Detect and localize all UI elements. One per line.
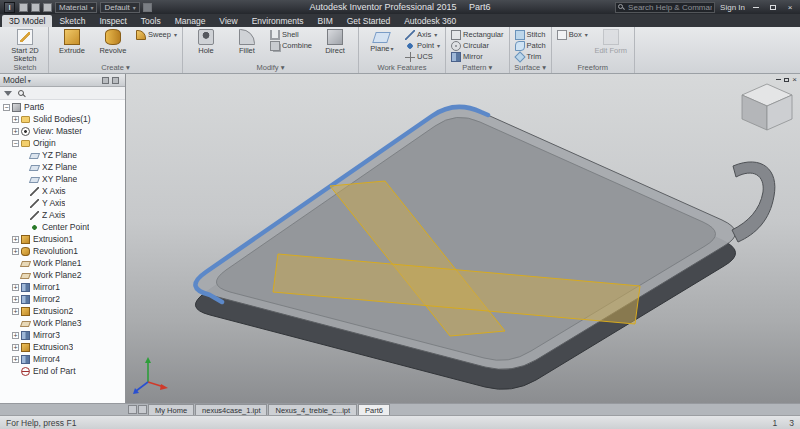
ribbon-tab-bim[interactable]: BIM (311, 15, 340, 27)
ribbon-tab-environments[interactable]: Environments (245, 15, 311, 27)
revolve-button[interactable]: Revolve (94, 29, 132, 55)
tree-expander-icon[interactable]: + (12, 248, 19, 255)
tree-item-revolution1[interactable]: +Revolution1 (0, 245, 125, 257)
tree-expander-icon[interactable]: + (12, 308, 19, 315)
tree-expander-icon[interactable]: + (12, 356, 19, 363)
tree-item-mirror4[interactable]: +Mirror4 (0, 353, 125, 365)
tree-item-work-plane1[interactable]: Work Plane1 (0, 257, 125, 269)
tree-item-mirror1[interactable]: +Mirror1 (0, 281, 125, 293)
ribbon-tab-manage[interactable]: Manage (168, 15, 213, 27)
combine-button[interactable]: Combine (269, 40, 313, 51)
tree-item-extrusion1[interactable]: +Extrusion1 (0, 233, 125, 245)
tree-item-end-of-part[interactable]: End of Part (0, 365, 125, 377)
appearance-dropdown[interactable]: Default (100, 2, 139, 13)
tree-expander-icon[interactable]: + (12, 344, 19, 351)
redo-icon[interactable] (43, 3, 52, 12)
group-label-create[interactable]: Create ▾ (52, 63, 179, 73)
tree-item-label: Revolution1 (33, 246, 78, 256)
panel-close-icon[interactable] (112, 77, 119, 84)
document-tab-nexus-4-treble-c-ipt[interactable]: Nexus_4_treble_c...ipt (268, 404, 357, 415)
doc-restore-icon[interactable] (784, 78, 789, 82)
tree-item-solid-bodies-1[interactable]: +Solid Bodies(1) (0, 113, 125, 125)
extrude-button[interactable]: Extrude (53, 29, 91, 55)
status-right: 13 (773, 418, 794, 428)
mirror-button[interactable]: Mirror (450, 51, 504, 62)
tree-item-xz-plane[interactable]: XZ Plane (0, 161, 125, 173)
trim-button[interactable]: Trim (514, 51, 547, 62)
circular-pattern-button[interactable]: Circular (450, 40, 504, 51)
ribbon-tab-view[interactable]: View (212, 15, 244, 27)
ribbon-tab-autodesk-360[interactable]: Autodesk 360 (397, 15, 463, 27)
appearance-swatch-icon[interactable] (143, 3, 152, 12)
tree-item-center-point[interactable]: Center Point (0, 221, 125, 233)
tree-item-x-axis[interactable]: X Axis (0, 185, 125, 197)
tree-item-z-axis[interactable]: Z Axis (0, 209, 125, 221)
hole-button[interactable]: Hole (187, 29, 225, 55)
ucs-button[interactable]: UCS (404, 51, 441, 62)
group-label-modify[interactable]: Modify ▾ (186, 63, 355, 73)
tree-item-xy-plane[interactable]: XY Plane (0, 173, 125, 185)
tree-item-work-plane2[interactable]: Work Plane2 (0, 269, 125, 281)
document-tab-part6[interactable]: Part6 (358, 404, 390, 415)
patch-button[interactable]: Patch (514, 40, 547, 51)
tree-item-extrusion2[interactable]: +Extrusion2 (0, 305, 125, 317)
sweep-button[interactable]: Sweep (135, 29, 178, 40)
tree-expander-icon[interactable]: + (12, 116, 19, 123)
tree-expander-icon[interactable]: − (12, 140, 19, 147)
fillet-button[interactable]: Fillet (228, 29, 266, 55)
ribbon-tab-sketch[interactable]: Sketch (52, 15, 92, 27)
document-tab-my-home[interactable]: My Home (148, 404, 194, 415)
ribbon-tab-inspect[interactable]: Inspect (92, 15, 133, 27)
shell-button[interactable]: Shell (269, 29, 313, 40)
group-label-pattern[interactable]: Pattern ▾ (449, 63, 505, 73)
tree-expander-icon[interactable]: + (12, 332, 19, 339)
tree-item-part6[interactable]: −Part6 (0, 101, 125, 113)
doc-minimize-icon[interactable] (776, 79, 781, 80)
tree-item-yz-plane[interactable]: YZ Plane (0, 149, 125, 161)
tree-expander-icon[interactable]: + (12, 128, 19, 135)
browser-panel-title[interactable]: Model (3, 75, 31, 85)
tree-item-view-master[interactable]: +View: Master (0, 125, 125, 137)
tree-item-work-plane3[interactable]: Work Plane3 (0, 317, 125, 329)
tree-expander-icon[interactable]: − (3, 104, 10, 111)
direct-button[interactable]: Direct (316, 29, 354, 55)
axis-button[interactable]: Axis (404, 29, 441, 40)
rectangular-pattern-button[interactable]: Rectangular (450, 29, 504, 40)
find-icon[interactable] (18, 90, 24, 96)
tree-item-mirror2[interactable]: +Mirror2 (0, 293, 125, 305)
tree-item-y-axis[interactable]: Y Axis (0, 197, 125, 209)
stitch-button[interactable]: Stitch (514, 29, 547, 40)
document-tab-nexus4case-1-ipt[interactable]: nexus4case_1.ipt (195, 404, 267, 415)
close-button[interactable]: × (784, 2, 796, 12)
view-cube[interactable] (742, 84, 792, 130)
ribbon-tab-get-started[interactable]: Get Started (340, 15, 397, 27)
material-dropdown[interactable]: Material (55, 2, 97, 13)
app-menu-button[interactable]: I (4, 2, 15, 13)
case-end-lip[interactable] (732, 162, 775, 242)
plane-button[interactable]: Plane (363, 29, 401, 54)
tree-expander-icon[interactable]: + (12, 296, 19, 303)
ribbon-tab-tools[interactable]: Tools (134, 15, 168, 27)
tree-item-origin[interactable]: −Origin (0, 137, 125, 149)
graphics-viewport[interactable]: × (126, 74, 800, 403)
restore-button[interactable] (767, 2, 779, 12)
start-2d-sketch-button[interactable]: Start 2D Sketch (6, 29, 44, 62)
filter-icon[interactable] (4, 91, 12, 96)
home-icon[interactable] (128, 405, 137, 414)
tree-item-mirror3[interactable]: +Mirror3 (0, 329, 125, 341)
tree-expander-icon[interactable]: + (12, 284, 19, 291)
undo-icon[interactable] (31, 3, 40, 12)
search-input[interactable] (615, 2, 715, 13)
minimize-button[interactable] (750, 2, 762, 12)
doc-close-icon[interactable]: × (792, 75, 797, 84)
save-icon[interactable] (19, 3, 28, 12)
ribbon-tab-3d-model[interactable]: 3D Model (2, 15, 52, 27)
tree-expander-icon[interactable]: + (12, 236, 19, 243)
tree-item-extrusion3[interactable]: +Extrusion3 (0, 341, 125, 353)
tab-list-icon[interactable] (138, 405, 147, 414)
freeform-box-button[interactable]: Box (556, 29, 589, 40)
point-button[interactable]: Point (404, 40, 441, 51)
group-label-surface[interactable]: Surface ▾ (513, 63, 548, 73)
sign-in-button[interactable]: Sign In (720, 3, 745, 12)
panel-options-icon[interactable] (102, 77, 109, 84)
